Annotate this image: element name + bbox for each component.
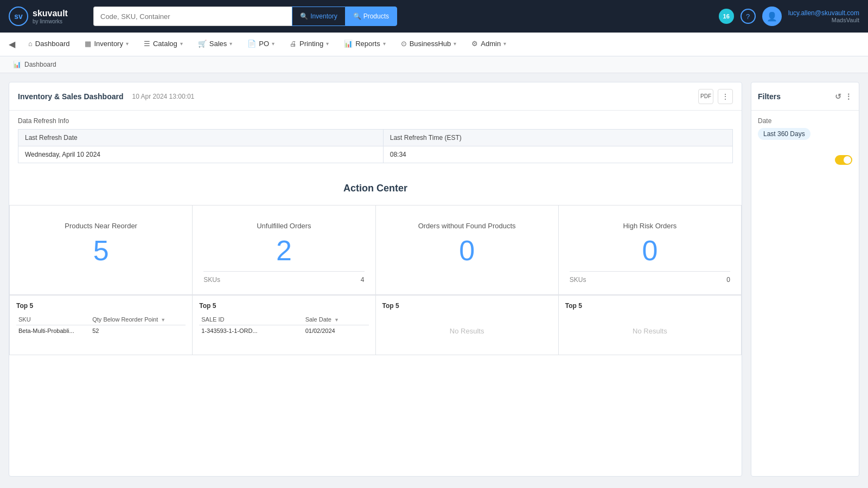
- filter-date-value[interactable]: Last 360 Days: [758, 128, 810, 140]
- col2-header[interactable]: Qty Below Reorder Point ▼: [90, 314, 186, 325]
- action-center: Action Center Products Near Reorder 5 Un…: [9, 170, 742, 364]
- pdf-button[interactable]: PDF: [698, 89, 713, 104]
- logo-icon: sv: [9, 7, 28, 26]
- chevron-down-icon: ▾: [503, 41, 506, 47]
- ellipsis-icon: ⋮: [722, 93, 729, 100]
- user-vault: MadsVault: [788, 17, 859, 23]
- inventory-search-button[interactable]: 🔍 Inventory: [292, 7, 344, 26]
- filter-section-date: Date Last 360 Days: [751, 111, 859, 151]
- nav-reports[interactable]: 📊 Reports ▾: [337, 33, 392, 56]
- logo-name: skuvault: [33, 8, 68, 18]
- refresh-time-value: 08:34: [383, 146, 732, 163]
- nav-catalog[interactable]: ☰ Catalog ▾: [137, 33, 189, 56]
- metric-sub-label: SKUs: [203, 276, 220, 284]
- qty-cell: 52: [90, 325, 186, 337]
- sku-cell: Beta-Multi-Probabli...: [16, 325, 90, 337]
- notifications-badge[interactable]: 16: [719, 9, 734, 24]
- metric-label: Orders without Found Products: [418, 222, 516, 230]
- filter-toggle[interactable]: [835, 155, 852, 165]
- bottom-card-title: Top 5: [16, 302, 186, 310]
- metric-value: 0: [642, 236, 658, 265]
- table-row: 1-343593-1-1-ORD... 01/02/2024: [199, 325, 368, 337]
- refresh-table: Last Refresh Date Last Refresh Time (EST…: [18, 129, 733, 163]
- col1-header: SALE ID: [199, 314, 303, 325]
- bottom-card-title: Top 5: [565, 302, 735, 310]
- metric-label: High Risk Orders: [623, 222, 676, 230]
- businesshub-icon: ⊙: [401, 40, 407, 48]
- refresh-date-value: Wednesday, April 10 2024: [18, 146, 384, 163]
- high-risk-orders-card: High Risk Orders 0 SKUs 0: [559, 206, 742, 295]
- help-badge[interactable]: ?: [741, 9, 756, 24]
- chevron-down-icon: ▾: [229, 41, 232, 47]
- search-input[interactable]: [93, 7, 292, 26]
- top5-orders-without-card: Top 5 No Results: [376, 296, 559, 355]
- products-near-reorder-card: Products Near Reorder 5: [10, 206, 193, 295]
- panel-timestamp: 10 Apr 2024 13:00:01: [132, 93, 195, 100]
- chevron-down-icon: ▾: [126, 41, 129, 47]
- more-options-button[interactable]: ⋮: [718, 89, 733, 104]
- user-info: lucy.allen@skuvault.com MadsVault: [788, 9, 859, 23]
- sort-icon: ▼: [161, 317, 165, 323]
- nav-dashboard[interactable]: ⌂ Dashboard: [22, 33, 76, 56]
- filter-more-options-button[interactable]: ⋮: [845, 92, 852, 101]
- toggle-knob: [844, 156, 851, 164]
- sale-date-cell: 01/02/2024: [303, 325, 369, 337]
- nav-printing[interactable]: 🖨 Printing ▾: [283, 33, 335, 56]
- unfulfilled-orders-card: Unfulfilled Orders 2 SKUs 4: [193, 206, 375, 295]
- pdf-icon: PDF: [700, 93, 711, 99]
- nav-back-button[interactable]: ◀: [4, 39, 20, 49]
- metric-sub: SKUs 4: [203, 271, 364, 284]
- nav-inventory[interactable]: ▦ Inventory ▾: [78, 33, 135, 56]
- sales-icon: 🛒: [198, 40, 207, 48]
- metric-label: Unfulfilled Orders: [257, 222, 311, 230]
- metric-sub-value: 4: [361, 276, 365, 284]
- breadcrumb-label: Dashboard: [24, 61, 56, 68]
- panel-actions: PDF ⋮: [698, 89, 733, 104]
- orders-without-found-card: Orders without Found Products 0: [376, 206, 559, 295]
- filters-panel: Filters ↺ ⋮ Date Last 360 Days: [751, 82, 859, 477]
- po-icon: 📄: [247, 40, 256, 48]
- table-row: Beta-Multi-Probabli... 52: [16, 325, 186, 337]
- nav-businesshub[interactable]: ⊙ BusinessHub ▾: [394, 33, 463, 56]
- col1-header: SKU: [16, 314, 90, 325]
- chevron-down-icon: ▾: [326, 41, 329, 47]
- nav-admin[interactable]: ⚙ Admin ▾: [465, 33, 513, 56]
- search-icon: 🔍: [300, 12, 308, 20]
- col2-header[interactable]: Sale Date ▼: [303, 314, 369, 325]
- catalog-icon: ☰: [144, 40, 150, 48]
- filters-header-actions: ↺ ⋮: [835, 92, 852, 101]
- products-search-button[interactable]: 🔍 Products: [345, 7, 397, 26]
- metric-value: 5: [93, 236, 109, 265]
- metric-sub-label: SKUs: [570, 276, 586, 284]
- user-email: lucy.allen@skuvault.com: [788, 9, 859, 17]
- avatar: 👤: [762, 7, 782, 26]
- printing-icon: 🖨: [290, 40, 297, 48]
- breadcrumb: 📊 Dashboard: [0, 56, 868, 73]
- no-results: No Results: [382, 314, 552, 348]
- logo-sub: by linnworks: [33, 18, 68, 24]
- inventory-icon: ▦: [85, 40, 91, 48]
- sort-icon: ▼: [334, 317, 339, 323]
- metric-value: 2: [276, 236, 292, 265]
- refresh-filter-button[interactable]: ↺: [835, 92, 841, 101]
- topbar: sv skuvault by linnworks 🔍 Inventory 🔍 P…: [0, 0, 868, 33]
- home-icon: ⌂: [28, 40, 33, 48]
- data-refresh-section: Data Refresh Info Last Refresh Date Last…: [9, 111, 742, 170]
- navbar: ◀ ⌂ Dashboard ▦ Inventory ▾ ☰ Catalog ▾ …: [0, 33, 868, 56]
- chevron-down-icon: ▾: [383, 41, 386, 47]
- filters-header: Filters ↺ ⋮: [751, 82, 859, 111]
- nav-sales[interactable]: 🛒 Sales ▾: [192, 33, 239, 56]
- refresh-col2-header: Last Refresh Time (EST): [383, 130, 732, 146]
- main-content: Inventory & Sales Dashboard 10 Apr 2024 …: [0, 73, 868, 485]
- bottom-card-title: Top 5: [382, 302, 552, 310]
- filters-title: Filters: [758, 92, 781, 101]
- bottom-table: SKU Qty Below Reorder Point ▼ Beta-Multi…: [16, 314, 186, 336]
- reports-icon: 📊: [344, 40, 353, 48]
- no-results: No Results: [565, 314, 735, 348]
- nav-po[interactable]: 📄 PO ▾: [241, 33, 281, 56]
- logo-area: sv skuvault by linnworks: [9, 7, 85, 26]
- sale-id-cell: 1-343593-1-1-ORD...: [199, 325, 303, 337]
- metrics-grid: Products Near Reorder 5 Unfulfilled Orde…: [9, 205, 742, 295]
- bottom-grid: Top 5 SKU Qty Below Reorder Point ▼: [9, 295, 742, 355]
- refresh-col1-header: Last Refresh Date: [18, 130, 384, 146]
